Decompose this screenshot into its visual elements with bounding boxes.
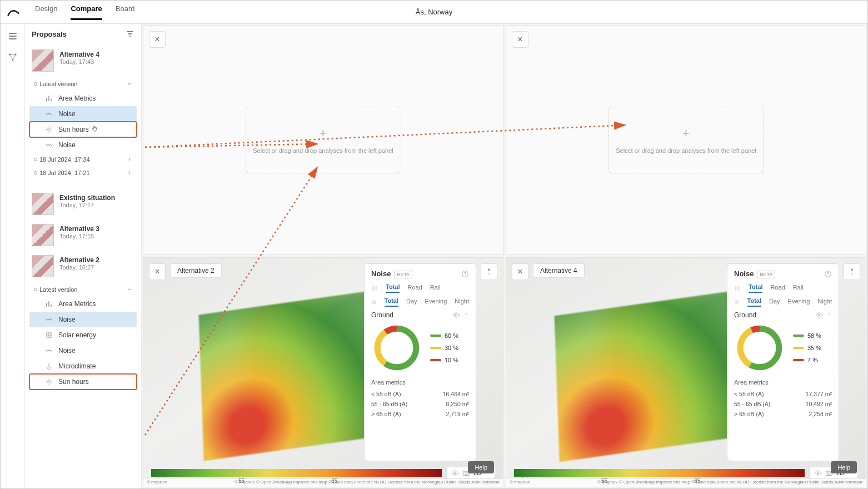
- gradient-bar: 55 65: [514, 469, 805, 477]
- version-label: Latest version: [39, 286, 77, 293]
- tab-rail[interactable]: Rail: [793, 284, 804, 292]
- help-button[interactable]: Help: [831, 461, 857, 473]
- proposal-item[interactable]: Alternative 4 Today, 17:43: [29, 46, 137, 75]
- bars-icon: [45, 300, 53, 308]
- proposal-thumbnail: [32, 255, 54, 277]
- tab-night[interactable]: Night: [455, 298, 469, 306]
- tab-design[interactable]: Design: [35, 4, 57, 20]
- panel-close-button[interactable]: ×: [512, 31, 528, 48]
- network-icon[interactable]: [7, 52, 18, 63]
- wave-icon: [45, 347, 53, 355]
- area-metrics-title: Area metrics: [734, 379, 832, 386]
- tab-day[interactable]: Day: [769, 298, 780, 306]
- panel-close-button[interactable]: ×: [149, 31, 166, 48]
- metric-row: 55 - 65 dB (A)10,492 m²: [734, 399, 832, 409]
- eye-icon[interactable]: [815, 311, 823, 319]
- proposal-name: Alternative 2: [59, 256, 99, 264]
- compare-panel-map-left[interactable]: × Alternative 2 dB (A) 55 65 2D: [143, 257, 503, 487]
- tab-evening[interactable]: Evening: [788, 298, 810, 306]
- tab-night[interactable]: Night: [817, 298, 832, 306]
- compare-panel-empty: × + Select or drag and drop analyses fro…: [143, 25, 503, 255]
- tab-total-time[interactable]: Total: [747, 297, 761, 307]
- noise-card: NoiseBETA ? Total Road Rail Total Day Ev…: [727, 263, 839, 461]
- tab-board[interactable]: Board: [116, 4, 135, 20]
- sun-icon: [45, 378, 53, 386]
- chevron-down-icon: [127, 81, 132, 87]
- metric-row: < 55 dB (A)17,377 m²: [734, 389, 832, 399]
- metric-row: < 55 dB (A)16,464 m²: [371, 389, 469, 399]
- chevron-down-icon[interactable]: [826, 311, 832, 317]
- pct-green: 58 %: [807, 332, 821, 339]
- filter-icon[interactable]: [126, 29, 134, 38]
- wave-icon: [45, 110, 53, 118]
- proposal-name: Alternative 4: [59, 51, 99, 58]
- chevron-down-icon[interactable]: [463, 311, 469, 317]
- dropzone-text: Select or drag and drop analyses from th…: [616, 147, 756, 154]
- panel-close-button[interactable]: ×: [512, 263, 528, 280]
- eye-icon[interactable]: [452, 311, 460, 319]
- tab-day[interactable]: Day: [406, 298, 417, 306]
- clock-icon: [371, 299, 377, 306]
- panel-close-button[interactable]: ×: [149, 263, 166, 280]
- menu-icon[interactable]: [7, 31, 18, 42]
- analysis-noise[interactable]: Noise: [29, 137, 137, 153]
- chevron-down-icon: [127, 287, 132, 292]
- tab-compare[interactable]: Compare: [71, 4, 102, 20]
- svg-point-3: [48, 128, 51, 131]
- proposal-time: Today, 17:43: [59, 58, 99, 65]
- compass-icon: [847, 267, 856, 276]
- analysis-microclimate[interactable]: Microclimate: [29, 358, 137, 374]
- dropzone[interactable]: + Select or drag and drop analyses from …: [246, 107, 401, 173]
- top-bar: Design Compare Board Ås, Norway: [1, 1, 867, 24]
- analysis-noise[interactable]: Noise: [29, 312, 137, 327]
- proposal-item[interactable]: Alternative 2Today, 16:27: [29, 252, 137, 281]
- analysis-noise[interactable]: Noise: [29, 343, 137, 358]
- pct-yellow: 30 %: [445, 345, 458, 351]
- area-metrics-title: Area metrics: [371, 379, 469, 386]
- analysis-area-metrics[interactable]: Area Metrics: [29, 91, 137, 106]
- proposal-thumbnail: [32, 193, 54, 215]
- version-row-older[interactable]: 18 Jul 2024, 17:34: [29, 153, 137, 166]
- svg-point-5: [48, 381, 51, 383]
- version-row-older[interactable]: 18 Jul 2024, 17:21: [29, 166, 137, 179]
- tab-road[interactable]: Road: [407, 284, 422, 292]
- dropzone[interactable]: + Select or drag and drop analyses from …: [608, 107, 764, 173]
- chevron-right-icon: [127, 157, 132, 162]
- version-row[interactable]: Latest version: [29, 77, 137, 91]
- analysis-solar-energy[interactable]: Solar energy: [29, 327, 137, 343]
- proposal-item[interactable]: Existing situationToday, 17:17: [29, 189, 137, 218]
- color-legend: 55 65 2D: [514, 465, 858, 481]
- tab-road[interactable]: Road: [770, 284, 785, 292]
- proposal-item[interactable]: Alternative 3Today, 17:15: [29, 221, 137, 250]
- compass-button[interactable]: [844, 263, 860, 280]
- svg-point-6: [454, 472, 456, 474]
- version-row[interactable]: Latest version: [29, 283, 137, 296]
- tab-total[interactable]: Total: [386, 283, 400, 293]
- dropzone-text: Select or drag and drop analyses from th…: [253, 147, 393, 154]
- wave-icon: [45, 141, 53, 149]
- analysis-area-metrics[interactable]: Area Metrics: [29, 296, 137, 312]
- eye-icon[interactable]: [451, 469, 459, 477]
- help-icon[interactable]: ?: [461, 270, 469, 278]
- analysis-noise[interactable]: Noise: [29, 106, 137, 122]
- sliders-icon: [371, 285, 378, 292]
- color-legend: 55 65 2D: [151, 465, 495, 481]
- tab-total[interactable]: Total: [749, 283, 762, 293]
- legend-tick: 65: [694, 478, 700, 484]
- tab-total-time[interactable]: Total: [385, 297, 398, 307]
- help-icon[interactable]: ?: [824, 270, 832, 278]
- compass-button[interactable]: [481, 263, 497, 280]
- compare-panel-map-right[interactable]: × Alternative 4 dB (A) 55 65 2D: [506, 257, 866, 487]
- noise-donut-chart: [734, 322, 785, 373]
- tab-rail[interactable]: Rail: [430, 284, 441, 292]
- version-label: Latest version: [39, 81, 77, 87]
- compare-panel-empty: × + Select or drag and drop analyses fro…: [506, 25, 866, 255]
- tab-evening[interactable]: Evening: [425, 298, 447, 306]
- eye-icon[interactable]: [814, 469, 822, 477]
- help-button[interactable]: Help: [468, 461, 494, 473]
- chevron-right-icon: [127, 170, 132, 176]
- noise-time-tabs: Total Day Evening Night: [371, 297, 469, 307]
- sidebar-title: Proposals: [32, 30, 67, 38]
- analysis-sun-hours[interactable]: Sun hours: [29, 122, 137, 137]
- analysis-sun-hours[interactable]: Sun hours: [29, 374, 137, 390]
